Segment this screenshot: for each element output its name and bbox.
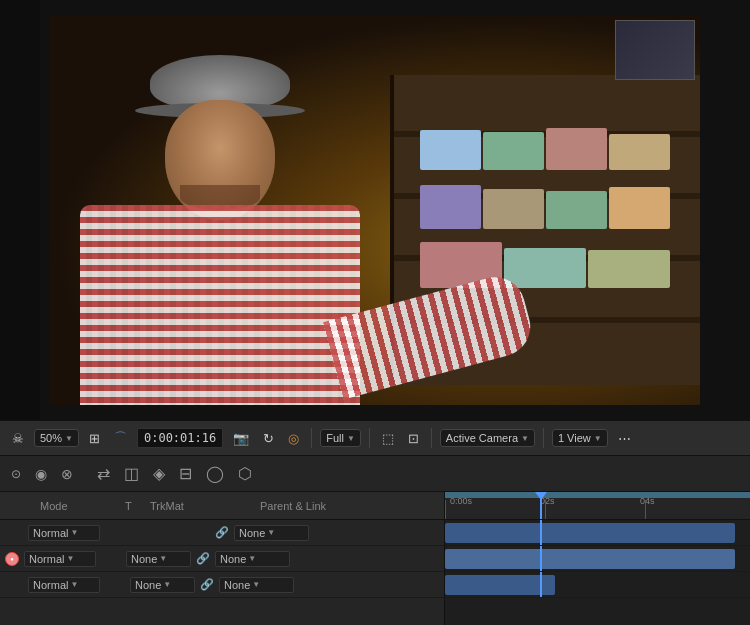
keyframe-icon[interactable]: ◈ (150, 461, 168, 486)
timeline-main: Mode T TrkMat Parent & Link (0, 492, 750, 625)
zoom-dropdown[interactable]: 50% ▼ (34, 429, 79, 447)
quality-chevron-icon: ▼ (347, 434, 355, 443)
toggle-panel-button[interactable]: ⬚ (378, 429, 398, 448)
refresh-icon: ↻ (263, 431, 274, 446)
playhead[interactable] (540, 492, 542, 519)
app-container: ☠ 50% ▼ ⊞ ⌒ 0:00:01:16 📷 ↻ (0, 0, 750, 625)
mode-2-chevron-icon: ▼ (66, 554, 74, 563)
shelf-box (546, 128, 607, 170)
more-icon: ⋯ (618, 431, 631, 446)
view-count-dropdown[interactable]: 1 View ▼ (552, 429, 608, 447)
motion-path-button[interactable]: ⌒ (110, 427, 131, 449)
view-count-value: 1 View (558, 432, 591, 444)
lock-icon: ⊗ (58, 463, 76, 485)
viewer-canvas[interactable] (50, 15, 700, 405)
mode-3-chevron-icon: ▼ (70, 580, 78, 589)
shelf-box (609, 134, 670, 170)
bottom-panel: ⊙ ◉ ⊗ ⇄ ◫ ◈ ⊟ ◯ ⬡ Mode T (0, 456, 750, 625)
shelf-box (546, 191, 607, 229)
track-row-1 (445, 520, 750, 546)
layer-3-mode-select[interactable]: Normal ▼ (28, 577, 100, 593)
thumbnail-preview (615, 20, 695, 80)
layer-2-eye-button[interactable]: ● (5, 552, 19, 566)
viewer-frame (0, 0, 750, 420)
shelf-row-1 (420, 115, 670, 170)
quality-value: Full (326, 432, 344, 444)
viewer-area: ☠ 50% ▼ ⊞ ⌒ 0:00:01:16 📷 ↻ (0, 0, 750, 456)
layer-row-3: Normal ▼ None ▼ 🔗 None ▼ (0, 572, 444, 598)
circle-icon[interactable]: ◯ (203, 461, 227, 486)
zoom-chevron-icon: ▼ (65, 434, 73, 443)
playhead-triangle (535, 492, 547, 500)
shelf-box (504, 248, 586, 288)
timeline-toolbar: ⊙ ◉ ⊗ ⇄ ◫ ◈ ⊟ ◯ ⬡ (0, 456, 750, 492)
eye-icon: ● (10, 556, 14, 562)
color-button[interactable]: ◎ (284, 429, 303, 448)
row2-link-icon: 🔗 (196, 552, 210, 565)
solo-icon: ⊙ (8, 464, 24, 484)
tick-2s (545, 500, 546, 520)
header-parent[interactable]: Parent & Link (260, 500, 360, 512)
shelf-box (420, 185, 481, 229)
timecode-display[interactable]: 0:00:01:16 (137, 428, 223, 448)
skull-icon: ☠ (12, 431, 24, 446)
toolbar-divider-2 (369, 428, 370, 448)
mode-1-chevron-icon: ▼ (70, 528, 78, 537)
layer-3-trkmat-select[interactable]: None ▼ (130, 577, 195, 593)
trkmat-2-chevron-icon: ▼ (159, 554, 167, 563)
parent-1-chevron-icon: ▼ (267, 528, 275, 537)
shelf-row-3 (420, 233, 670, 288)
layer-2-parent-select[interactable]: None ▼ (215, 551, 290, 567)
time-indicator-3 (540, 572, 542, 597)
ruler-label-4s: 04s (640, 496, 655, 506)
header-mode[interactable]: Mode (40, 500, 120, 512)
mask-icon[interactable]: ⬡ (235, 461, 255, 486)
grid-icon: ⊞ (89, 431, 100, 446)
refresh-button[interactable]: ↻ (259, 429, 278, 448)
header-trkmat[interactable]: TrkMat (150, 500, 230, 512)
quality-dropdown[interactable]: Full ▼ (320, 429, 361, 447)
motion-blur-button[interactable]: ☠ (8, 429, 28, 448)
viewer-toolbar: ☠ 50% ▼ ⊞ ⌒ 0:00:01:16 📷 ↻ (0, 420, 750, 456)
camera-view-dropdown[interactable]: Active Camera ▼ (440, 429, 535, 447)
person-face (165, 100, 275, 220)
trkmat-3-chevron-icon: ▼ (163, 580, 171, 589)
toolbar-divider-3 (431, 428, 432, 448)
shelf-box (483, 132, 544, 170)
zoom-value: 50% (40, 432, 62, 444)
expand-icon: ⊡ (408, 431, 419, 446)
dark-left-strip (0, 0, 40, 420)
grid-view-button[interactable]: ⊞ (85, 429, 104, 448)
track-bar-1 (445, 523, 735, 543)
path-icon: ⌒ (114, 429, 127, 447)
graph-icon[interactable]: ⊟ (176, 461, 195, 486)
3d-box-icon[interactable]: ◫ (121, 461, 142, 486)
layer-2-mode-select[interactable]: Normal ▼ (24, 551, 96, 567)
parent-2-chevron-icon: ▼ (248, 554, 256, 563)
layer-1-parent-select[interactable]: None ▼ (234, 525, 309, 541)
more-button[interactable]: ⋯ (614, 429, 635, 448)
tick-0 (445, 500, 446, 520)
eye-timeline-icon: ◉ (32, 463, 50, 485)
work-area-bar (445, 492, 750, 498)
expand-button[interactable]: ⊡ (404, 429, 423, 448)
shelf-row-2 (420, 174, 670, 229)
track-bar-3 (445, 575, 555, 595)
layer-panel: Mode T TrkMat Parent & Link (0, 492, 445, 625)
header-t[interactable]: T (125, 500, 145, 512)
transfer-icon[interactable]: ⇄ (94, 461, 113, 486)
camera-button[interactable]: 📷 (229, 429, 253, 448)
camera-view-chevron-icon: ▼ (521, 434, 529, 443)
shelf-box (420, 130, 481, 170)
person-shirt (80, 205, 360, 405)
layer-3-parent-select[interactable]: None ▼ (219, 577, 294, 593)
row3-link-icon: 🔗 (200, 578, 214, 591)
track-area: 0:00s 02s 04s (445, 492, 750, 625)
layer-2-trkmat-select[interactable]: None ▼ (126, 551, 191, 567)
layer-1-mode-select[interactable]: Normal ▼ (28, 525, 100, 541)
track-bar-2 (445, 549, 735, 569)
layer-row-2: ● Normal ▼ None ▼ 🔗 None ▼ (0, 546, 444, 572)
track-row-2 (445, 546, 750, 572)
shelf-box (609, 187, 670, 229)
tick-4s (645, 500, 646, 520)
